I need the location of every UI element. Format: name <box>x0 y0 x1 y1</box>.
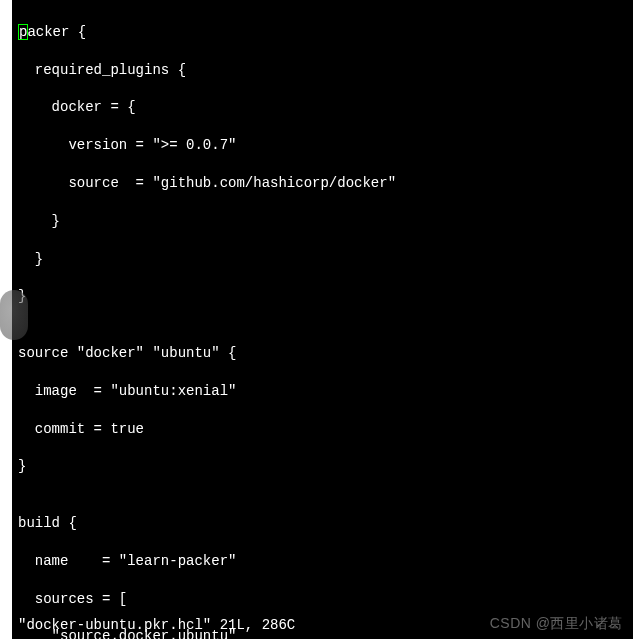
code-line: image = "ubuntu:xenial" <box>18 382 627 401</box>
code-text: acker { <box>27 24 86 40</box>
vim-terminal[interactable]: packer { required_plugins { docker = { v… <box>12 0 633 639</box>
watermark-text: CSDN @西里小诸葛 <box>490 615 623 633</box>
code-line: build { <box>18 514 627 533</box>
code-line: packer { <box>18 23 627 42</box>
code-line: required_plugins { <box>18 61 627 80</box>
code-line: commit = true <box>18 420 627 439</box>
code-line: sources = [ <box>18 590 627 609</box>
code-line: } <box>18 212 627 231</box>
code-line: source "docker" "ubuntu" { <box>18 344 627 363</box>
code-line: } <box>18 250 627 269</box>
code-line: docker = { <box>18 98 627 117</box>
code-line: name = "learn-packer" <box>18 552 627 571</box>
vim-status-line: "docker-ubuntu.pkr.hcl" 21L, 286C <box>18 616 295 635</box>
code-line: } <box>18 287 627 306</box>
code-line: version = ">= 0.0.7" <box>18 136 627 155</box>
scrollbar-thumb[interactable] <box>0 290 28 340</box>
code-line: } <box>18 457 627 476</box>
code-line: source = "github.com/hashicorp/docker" <box>18 174 627 193</box>
